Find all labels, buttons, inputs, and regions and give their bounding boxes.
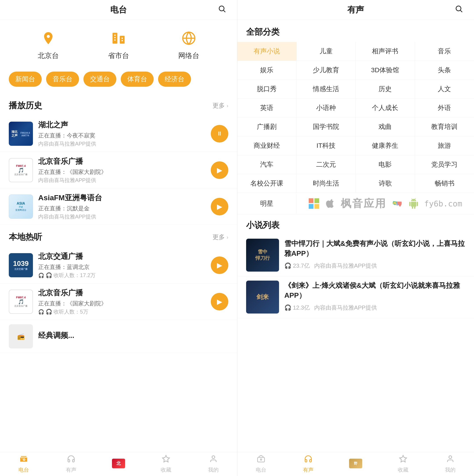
grid-cell-12[interactable]: 英语 bbox=[237, 99, 297, 118]
novel-meta-0: 🎧 23.7亿 内容由喜马拉雅APP提供 bbox=[284, 262, 465, 270]
nav-left-news[interactable]: 北 bbox=[95, 452, 142, 476]
nav-left-mine[interactable]: 我的 bbox=[190, 452, 237, 476]
watermark-url: fy6b.com bbox=[424, 199, 462, 208]
history-title: 播放历史 bbox=[9, 100, 42, 111]
hubei-provider: 内容由喜马拉雅APP提供 bbox=[38, 140, 205, 147]
novel-item-1[interactable]: 剑来 《剑来》上·烽火戏诸侯&大斌（听玄幻小说就来喜马拉雅APP） 🎧 12.3… bbox=[237, 276, 474, 318]
grid-cell-26[interactable]: 电影 bbox=[356, 155, 415, 174]
svg-rect-8 bbox=[122, 40, 123, 41]
grid-cell-9[interactable]: 情感生活 bbox=[297, 80, 356, 99]
history-more[interactable]: 更多 › bbox=[213, 102, 228, 110]
grid-cell-7[interactable]: 头条 bbox=[415, 61, 474, 80]
filter-news[interactable]: 新闻台 bbox=[9, 72, 42, 87]
novel-list: 雪中悍刀行 雪中悍刀行｜大斌&免费有声小说（听玄幻小说，上喜马拉雅APP） 🎧 … bbox=[237, 234, 474, 318]
bjmusic2-info: 北京音乐广播 正在直播：《国家大剧院》 🎧 🎧 收听人数：5万 bbox=[38, 288, 205, 315]
grid-cell-24[interactable]: 汽车 bbox=[237, 155, 297, 174]
category-network[interactable]: 网络台 bbox=[178, 29, 199, 61]
hot-title: 本地热听 bbox=[9, 231, 42, 243]
grid-cell-5[interactable]: 少儿教育 bbox=[297, 61, 356, 80]
left-title: 电台 bbox=[110, 4, 127, 15]
grid-cell-2[interactable]: 相声评书 bbox=[356, 42, 415, 61]
left-search-icon[interactable] bbox=[218, 5, 226, 15]
bjtraffic-listeners: 🎧 🎧 收听人数：17.2万 bbox=[38, 272, 205, 279]
filter-sports[interactable]: 体育台 bbox=[121, 72, 154, 87]
history-item-bjmusic[interactable]: FM97.4 🎵 北京音乐广播 北京音乐广播 正在直播：《国家大剧院》 内容由喜… bbox=[0, 152, 237, 188]
extra-cell-star[interactable]: 明星 bbox=[237, 194, 297, 213]
novel-info-0: 雪中悍刀行｜大斌&免费有声小说（听玄幻小说，上喜马拉雅APP） 🎧 23.7亿 … bbox=[284, 239, 465, 272]
grid-cell-15[interactable]: 外语 bbox=[415, 99, 474, 118]
svg-line-14 bbox=[460, 10, 462, 12]
bjtraffic-play-btn[interactable]: ▶ bbox=[211, 256, 228, 274]
right-title: 有声 bbox=[347, 4, 364, 15]
grid-cell-10[interactable]: 历史 bbox=[356, 80, 415, 99]
audio-nav-icon-right bbox=[304, 455, 312, 465]
grid-cell-21[interactable]: IT科技 bbox=[297, 136, 356, 155]
filter-traffic[interactable]: 交通台 bbox=[84, 72, 116, 87]
history-item-asia[interactable]: ASIA FM 亚洲粤语台 AsiaFM亚洲粤语台 正在直播：沉默是金 内容由喜… bbox=[0, 188, 237, 225]
hot-more[interactable]: 更多 › bbox=[213, 233, 228, 241]
hot-item-bjmusic2[interactable]: FM97.4 🎵 北京音乐广播 北京音乐广播 正在直播：《国家大剧院》 🎧 🎧 … bbox=[0, 283, 237, 320]
filter-music[interactable]: 音乐台 bbox=[46, 72, 79, 87]
history-item-hubei[interactable]: 湖北之声 FM104.6 AM774 湖北之声 正在直播：今夜不寂寞 内容由喜马… bbox=[0, 116, 237, 152]
nav-right-audio-label: 有声 bbox=[303, 466, 314, 473]
extra-cell-2[interactable]: 诗歌 bbox=[356, 174, 415, 193]
bjmusic-info: 北京音乐广播 正在直播：《国家大剧院》 内容由喜马拉雅APP提供 bbox=[38, 156, 205, 184]
nav-left-radio-label: 电台 bbox=[18, 466, 29, 473]
grid-cell-8[interactable]: 脱口秀 bbox=[237, 80, 297, 99]
nav-left-collect[interactable]: 收藏 bbox=[142, 452, 190, 476]
hubei-pause-btn[interactable]: ⏸ bbox=[211, 125, 228, 142]
extra-cell-3[interactable]: 畅销书 bbox=[415, 174, 474, 193]
bjmusic2-play-btn[interactable]: ▶ bbox=[211, 293, 228, 310]
grid-cell-13[interactable]: 小语种 bbox=[297, 99, 356, 118]
hot-item-bjtraffic[interactable]: 1039 北京交通广播 北京交通广播 正在直播：蓝调北京 🎧 🎧 收听人数：17… bbox=[0, 247, 237, 283]
novel-title-1: 《剑来》上·烽火戏诸侯&大斌（听玄幻小说就来喜马拉雅APP） bbox=[284, 281, 465, 300]
nav-left-radio[interactable]: 电台 bbox=[0, 452, 47, 476]
grid-cell-11[interactable]: 人文 bbox=[415, 80, 474, 99]
grid-cell-17[interactable]: 国学书院 bbox=[297, 118, 356, 136]
nav-left-collect-label: 收藏 bbox=[161, 466, 171, 473]
left-panel: 电台 北京台 省市台 网络台 新闻台 音乐台 交通台 体育台 bbox=[0, 0, 237, 476]
nav-right-audio[interactable]: 有声 bbox=[285, 452, 332, 476]
nav-right-radio[interactable]: 电台 bbox=[237, 452, 285, 476]
extra-cell-0[interactable]: 名校公开课 bbox=[237, 174, 297, 193]
grid-cell-22[interactable]: 健康养生 bbox=[356, 136, 415, 155]
extra-cell-1[interactable]: 时尚生活 bbox=[297, 174, 356, 193]
nav-right-news[interactable]: 野 bbox=[332, 452, 379, 476]
grid-cell-23[interactable]: 旅游 bbox=[415, 136, 474, 155]
nav-right-collect[interactable]: 收藏 bbox=[379, 452, 427, 476]
grid-cell-18[interactable]: 戏曲 bbox=[356, 118, 415, 136]
nav-left-audio[interactable]: 有声 bbox=[47, 452, 95, 476]
filter-economy[interactable]: 经济台 bbox=[158, 72, 191, 87]
category-beijing[interactable]: 北京台 bbox=[38, 29, 59, 61]
bjtraffic-info: 北京交通广播 正在直播：蓝调北京 🎧 🎧 收听人数：17.2万 bbox=[38, 251, 205, 279]
grid-cell-25[interactable]: 二次元 bbox=[297, 155, 356, 174]
grid-cell-27[interactable]: 党员学习 bbox=[415, 155, 474, 174]
grid-cell-4[interactable]: 娱乐 bbox=[237, 61, 297, 80]
grid-cell-1[interactable]: 儿童 bbox=[297, 42, 356, 61]
nav-right-mine[interactable]: 我的 bbox=[427, 452, 474, 476]
hot-item-partial[interactable]: 📻 经典调频... bbox=[0, 320, 237, 353]
nav-left-audio-label: 有声 bbox=[66, 466, 76, 473]
filter-tags-row: 新闻台 音乐台 交通台 体育台 经济台 bbox=[0, 67, 237, 93]
asia-play-btn[interactable]: ▶ bbox=[211, 198, 228, 215]
bjmusic-play-btn[interactable]: ▶ bbox=[211, 161, 228, 179]
bjmusic2-status: 正在直播：《国家大剧院》 bbox=[38, 300, 205, 307]
right-search-icon[interactable] bbox=[455, 5, 463, 15]
grid-cell-14[interactable]: 个人成长 bbox=[356, 99, 415, 118]
news-thumbnail: 北 bbox=[112, 459, 125, 468]
grid-cell-0[interactable]: 有声小说 bbox=[237, 42, 297, 61]
grid-cell-19[interactable]: 教育培训 bbox=[415, 118, 474, 136]
right-bottom-nav: 电台 有声 野 收藏 我的 bbox=[237, 452, 474, 476]
novel-item-0[interactable]: 雪中悍刀行 雪中悍刀行｜大斌&免费有声小说（听玄幻小说，上喜马拉雅APP） 🎧 … bbox=[237, 234, 474, 276]
grid-cell-6[interactable]: 3D体验馆 bbox=[356, 61, 415, 80]
grid-cell-3[interactable]: 音乐 bbox=[415, 42, 474, 61]
grid-cell-20[interactable]: 商业财经 bbox=[237, 136, 297, 155]
collect-nav-icon-right bbox=[399, 455, 407, 465]
category-province[interactable]: 省市台 bbox=[108, 29, 129, 61]
hubei-status: 正在直播：今夜不寂寞 bbox=[38, 132, 205, 139]
svg-rect-5 bbox=[114, 37, 116, 38]
network-label: 网络台 bbox=[178, 51, 199, 61]
grid-cell-16[interactable]: 广播剧 bbox=[237, 118, 297, 136]
novel-plays-0: 🎧 23.7亿 bbox=[284, 262, 310, 270]
svg-point-21 bbox=[260, 459, 262, 460]
